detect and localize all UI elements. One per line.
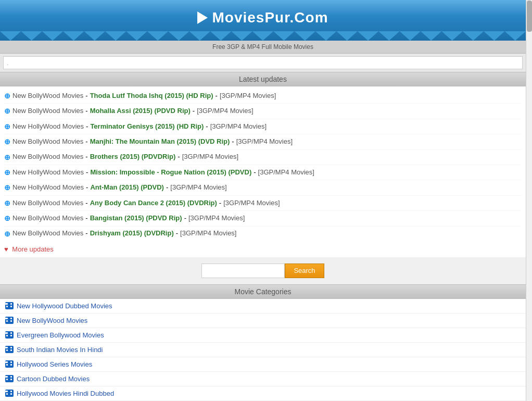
scrollbar-track[interactable] — [526, 0, 532, 401]
update-item: ⊕ New BollyWood Movies - Brothers (2015)… — [4, 150, 522, 165]
update-item: ⊕ New HollyWood Movies - Ant-Man (2015) … — [4, 180, 522, 195]
film-icon — [5, 360, 14, 368]
update-item: ⊕ New BollyWood Movies - Drishyam (2015)… — [4, 227, 522, 241]
plus-icon: ⊕ — [4, 167, 10, 178]
dash: - — [86, 121, 88, 132]
movie-link[interactable]: Mission: Impossible - Rogue Nation (2015… — [90, 167, 251, 178]
movie-categories-title: Movie Categories — [235, 287, 292, 296]
format-link[interactable]: [3GP/MP4 Movies] — [170, 182, 226, 193]
movie-link[interactable]: Drishyam (2015) (DVDRip) — [90, 228, 174, 239]
movie-categories-header: Movie Categories — [0, 284, 526, 299]
category-link[interactable]: New BollyWood Movies — [12, 198, 83, 209]
dash2: - — [206, 121, 208, 132]
movie-link[interactable]: Manjhi: The Mountain Man (2015) (DVD Rip… — [90, 136, 230, 147]
search-input[interactable] — [201, 264, 285, 278]
film-icon — [5, 302, 14, 309]
format-link[interactable]: [3GP/MP4 Movies] — [180, 228, 236, 239]
site-logo: MoviesPur.Com — [0, 5, 526, 31]
format-link[interactable]: [3GP/MP4 Movies] — [210, 121, 267, 132]
category-link[interactable]: New Hollywood Dubbed Movies — [17, 302, 112, 310]
dash2: - — [254, 167, 256, 178]
movie-link[interactable]: Brothers (2015) (PDVDRip) — [90, 152, 176, 162]
plus-icon: ⊕ — [4, 121, 10, 132]
film-icon — [5, 390, 14, 397]
plus-icon: ⊕ — [4, 228, 10, 240]
dash2: - — [176, 228, 178, 239]
dash2: - — [184, 213, 186, 224]
category-link[interactable]: New BollyWood Movies — [12, 228, 83, 239]
logo-text: MoviesPur.Com — [212, 9, 328, 26]
category-link[interactable]: New HollyWood Movies — [12, 167, 84, 178]
category-item[interactable]: New BollyWood Movies — [0, 314, 526, 328]
movie-link[interactable]: Any Body Can Dance 2 (2015) (DVDRip) — [90, 198, 217, 209]
category-link[interactable]: New BollyWood Movies — [17, 317, 87, 324]
plus-icon: ⊕ — [4, 90, 10, 102]
category-link[interactable]: Evergreen Bollywood Movies — [17, 331, 104, 339]
format-link[interactable]: [3GP/MP4 Movies] — [258, 167, 314, 178]
category-item[interactable]: South Indian Movies In Hindi — [0, 343, 526, 357]
format-link[interactable]: [3GP/MP4 Movies] — [197, 106, 253, 117]
dash2: - — [166, 182, 168, 193]
category-item[interactable]: New Hollywood Dubbed Movies — [0, 299, 526, 314]
movie-link[interactable]: Mohalla Assi (2015) (PDVD Rip) — [90, 106, 191, 117]
update-item: ⊕ New BollyWood Movies - Any Body Can Da… — [4, 196, 522, 211]
plus-icon: ⊕ — [4, 152, 10, 163]
format-link[interactable]: [3GP/MP4 Movies] — [220, 91, 276, 102]
category-item[interactable]: Hollywood Series Movies — [0, 357, 526, 372]
site-header: MoviesPur.Com — [0, 0, 526, 41]
dash: - — [85, 136, 87, 147]
category-link[interactable]: Cartoon Dubbed Movies — [17, 375, 90, 383]
top-search-bar[interactable]: . — [3, 56, 523, 69]
category-link[interactable]: Hollywood Series Movies — [17, 360, 92, 368]
format-link[interactable]: [3GP/MP4 Movies] — [223, 198, 280, 209]
category-link[interactable]: New BollyWood Movies — [12, 213, 83, 224]
category-link[interactable]: New BollyWood Movies — [12, 152, 83, 162]
update-item: ⊕ New HollyWood Movies - Terminator Geni… — [4, 119, 522, 134]
film-icon — [5, 331, 14, 339]
category-link[interactable]: South Indian Movies In Hindi — [17, 346, 103, 354]
category-link[interactable]: New BollyWood Movies — [12, 136, 83, 147]
movie-link[interactable]: Ant-Man (2015) (PDVD) — [90, 182, 164, 193]
plus-icon: ⊕ — [4, 182, 10, 193]
update-item: ⊕ New BollyWood Movies - Bangistan (2015… — [4, 211, 522, 226]
category-link[interactable]: New HollyWood Movies — [12, 121, 84, 132]
subtitle-bar: Free 3GP & MP4 Full Mobile Movies — [0, 41, 526, 54]
movie-link[interactable]: Terminator Genisys (2015) (HD Rip) — [90, 121, 204, 132]
more-updates-link[interactable]: More updates — [12, 245, 54, 253]
top-search-placeholder: . — [7, 59, 9, 67]
format-link[interactable]: [3GP/MP4 Movies] — [236, 136, 293, 147]
scrollbar-thumb[interactable] — [527, 1, 532, 32]
update-item: ⊕ New BollyWood Movies - Thoda Lutf Thod… — [4, 89, 522, 104]
zigzag-decoration-top — [0, 31, 526, 41]
movie-link[interactable]: Bangistan (2015) (PDVD Rip) — [90, 213, 182, 224]
search-section: Search — [0, 257, 526, 284]
dash: - — [85, 106, 87, 117]
movie-link[interactable]: Thoda Lutf Thoda Ishq (2015) (HD Rip) — [90, 91, 213, 102]
subtitle-text: Free 3GP & MP4 Full Mobile Movies — [212, 43, 313, 51]
updates-list: ⊕ New BollyWood Movies - Thoda Lutf Thod… — [0, 86, 526, 243]
dash: - — [85, 152, 87, 162]
category-item[interactable]: Hollywood Movies Hindi Dubbed — [0, 386, 526, 401]
film-icon — [5, 375, 14, 382]
update-item: ⊕ New HollyWood Movies - Mission: Imposs… — [4, 165, 522, 180]
category-item[interactable]: Cartoon Dubbed Movies — [0, 372, 526, 386]
dash2: - — [193, 106, 195, 117]
category-item[interactable]: Evergreen Bollywood Movies — [0, 328, 526, 343]
dash: - — [85, 91, 87, 102]
dash2: - — [219, 198, 221, 209]
latest-updates-title: Latest updates — [239, 75, 287, 83]
category-link[interactable]: New HollyWood Movies — [12, 182, 84, 193]
plus-icon: ⊕ — [4, 136, 10, 147]
dash2: - — [232, 136, 234, 147]
search-button[interactable]: Search — [285, 264, 324, 278]
dash2: - — [216, 91, 218, 102]
category-link[interactable]: New BollyWood Movies — [12, 106, 83, 117]
categories-list: New Hollywood Dubbed Movies New BollyWoo… — [0, 299, 526, 401]
category-link[interactable]: Hollywood Movies Hindi Dubbed — [17, 390, 114, 397]
play-icon — [197, 11, 208, 24]
category-link[interactable]: New BollyWood Movies — [12, 91, 83, 102]
format-link[interactable]: [3GP/MP4 Movies] — [188, 213, 245, 224]
format-link[interactable]: [3GP/MP4 Movies] — [182, 152, 238, 162]
update-item: ⊕ New BollyWood Movies - Manjhi: The Mou… — [4, 134, 522, 149]
heart-icon: ♥ — [4, 245, 8, 253]
